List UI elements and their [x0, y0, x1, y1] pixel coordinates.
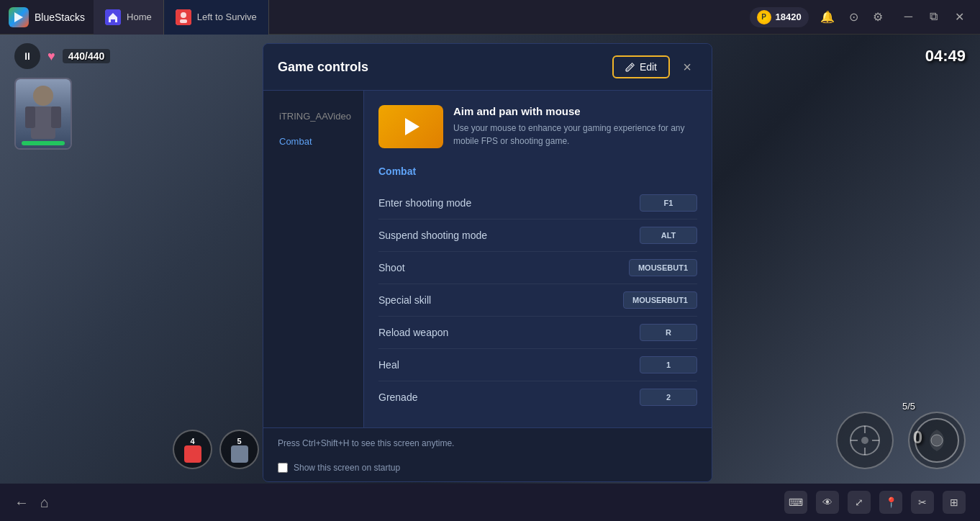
control-label-4: Reload weapon	[378, 327, 448, 338]
expand-icon[interactable]: ⤢	[848, 491, 871, 514]
bottom-left-controls: ← ⌂	[14, 494, 49, 511]
video-info: Aim and pan with mouse Use your mouse to…	[378, 105, 697, 148]
pencil-icon	[625, 62, 635, 72]
control-label-2: Shoot	[378, 262, 405, 273]
control-label-0: Enter shooting mode	[378, 197, 471, 209]
control-row-1: Suspend shooting mode ALT	[378, 219, 697, 252]
video-description: Use your mouse to enhance your gaming ex…	[453, 122, 697, 148]
modal-body: iTRING_AAVideo Combat Aim and pan with m…	[263, 91, 712, 427]
home-tab-label: Home	[127, 12, 152, 22]
restore-button[interactable]: ⧉	[925, 9, 942, 25]
screen-icon[interactable]: ⊙	[846, 7, 861, 27]
minimize-button[interactable]: ─	[900, 9, 917, 25]
app-name: BlueStacks	[35, 12, 85, 23]
sidebar-item-combat[interactable]: Combat	[271, 130, 356, 153]
key-badge-4[interactable]: R	[640, 324, 697, 341]
game-controls-modal: Game controls Edit × iTRING_AAVid	[263, 43, 712, 482]
sidebar-item-video[interactable]: iTRING_AAVideo	[271, 105, 356, 127]
control-label-5: Heal	[378, 359, 399, 371]
tab-home[interactable]: Home	[94, 0, 164, 35]
close-window-button[interactable]: ✕	[950, 9, 968, 25]
modal-header: Game controls Edit ×	[263, 44, 712, 91]
control-row-0: Enter shooting mode F1	[378, 187, 697, 219]
game-tab-icon	[176, 9, 191, 25]
eye-icon[interactable]: 👁	[816, 491, 839, 514]
settings-icon[interactable]: ⚙	[870, 7, 886, 27]
back-button[interactable]: ←	[14, 494, 29, 511]
modal-header-actions: Edit ×	[612, 55, 697, 78]
section-title: Combat	[378, 166, 697, 177]
key-badge-5[interactable]: 1	[640, 356, 697, 373]
titlebar-left: BlueStacks	[0, 7, 94, 27]
window-controls: ─ ⧉ ✕	[900, 9, 968, 25]
video-text: Aim and pan with mouse Use your mouse to…	[453, 105, 697, 148]
control-label-1: Suspend shooting mode	[378, 230, 487, 241]
video-thumbnail[interactable]	[378, 105, 443, 148]
modal-footer: Press Ctrl+Shift+H to see this screen an…	[263, 427, 712, 458]
control-row-4: Reload weapon R	[378, 317, 697, 349]
control-row-3: Special skill MOUSERBUT1	[378, 284, 697, 317]
control-row-6: Grenade 2	[378, 381, 697, 413]
location-icon[interactable]: 📍	[879, 491, 902, 514]
control-label-3: Special skill	[378, 294, 431, 306]
play-icon	[405, 118, 419, 135]
home-tab-icon	[105, 9, 121, 25]
modal-title: Game controls	[278, 60, 368, 75]
tab-game[interactable]: Left to Survive	[164, 0, 269, 35]
key-badge-0[interactable]: F1	[640, 194, 697, 212]
coin-icon: P	[757, 10, 771, 24]
bluestacks-logo	[9, 7, 29, 27]
startup-checkbox[interactable]	[278, 463, 288, 473]
home-button[interactable]: ⌂	[40, 494, 49, 511]
control-row-5: Heal 1	[378, 349, 697, 381]
control-row-2: Shoot MOUSEBUT1	[378, 252, 697, 284]
key-badge-3[interactable]: MOUSERBUT1	[623, 291, 697, 309]
modal-backdrop: Game controls Edit × iTRING_AAVid	[0, 0, 980, 521]
keyboard-icon[interactable]: ⌨	[784, 491, 807, 514]
key-badge-2[interactable]: MOUSEBUT1	[629, 259, 697, 276]
coins-amount: 18420	[776, 12, 802, 22]
notification-icon[interactable]: 🔔	[817, 7, 838, 27]
titlebar-right: P 18420 🔔 ⊙ ⚙ ─ ⧉ ✕	[750, 7, 981, 27]
svg-rect-4	[180, 19, 187, 23]
modal-close-button[interactable]: ×	[677, 57, 697, 77]
bottom-bar: ← ⌂ ⌨ 👁 ⤢ 📍 ✂ ⊞	[0, 484, 980, 521]
key-badge-6[interactable]: 2	[640, 389, 697, 406]
footer-hint: Press Ctrl+Shift+H to see this screen an…	[278, 438, 454, 448]
game-tab-label: Left to Survive	[197, 12, 257, 22]
modal-sidebar: iTRING_AAVideo Combat	[263, 91, 364, 427]
scissors-icon[interactable]: ✂	[911, 491, 934, 514]
video-title: Aim and pan with mouse	[453, 105, 697, 117]
modal-main-content: Aim and pan with mouse Use your mouse to…	[364, 91, 712, 427]
svg-marker-0	[14, 12, 23, 22]
close-icon: ×	[683, 59, 691, 76]
grid-icon[interactable]: ⊞	[943, 491, 966, 514]
titlebar: BlueStacks Home Left to Survive P 18420 …	[0, 0, 980, 35]
modal-footer-checkbox-row: Show this screen on startup	[263, 458, 712, 481]
key-badge-1[interactable]: ALT	[640, 227, 697, 244]
edit-button[interactable]: Edit	[612, 55, 670, 78]
bottom-right-controls: ⌨ 👁 ⤢ 📍 ✂ ⊞	[784, 491, 966, 514]
coins-display: P 18420	[750, 7, 809, 27]
svg-point-3	[181, 12, 186, 18]
control-label-6: Grenade	[378, 391, 417, 403]
controls-list: Enter shooting mode F1 Suspend shooting …	[378, 187, 697, 413]
edit-button-label: Edit	[640, 61, 657, 73]
checkbox-label: Show this screen on startup	[294, 463, 400, 473]
